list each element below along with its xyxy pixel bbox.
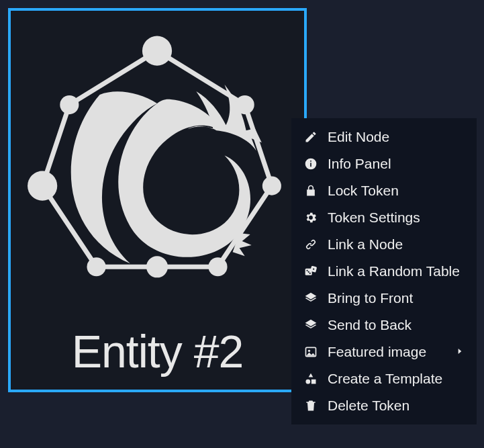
menu-item-label: Edit Node (328, 129, 465, 145)
svg-point-7 (60, 95, 79, 114)
dragon-icon (22, 23, 292, 308)
lock-icon (303, 183, 318, 198)
menu-item-label: Delete Token (328, 398, 465, 414)
menu-item-label: Lock Token (328, 183, 465, 199)
menu-item-link-node[interactable]: Link a Node (291, 231, 477, 258)
info-icon (303, 156, 318, 171)
svg-point-15 (308, 271, 309, 273)
image-icon (303, 345, 318, 359)
menu-item-label: Featured image (328, 344, 446, 360)
layers-icon (303, 318, 318, 332)
menu-item-label: Link a Random Table (328, 263, 465, 279)
menu-item-token-settings[interactable]: Token Settings (291, 204, 477, 231)
link-icon (303, 237, 318, 252)
svg-point-13 (307, 270, 308, 271)
svg-rect-10 (310, 163, 311, 167)
menu-item-info-panel[interactable]: Info Panel (291, 150, 477, 177)
menu-item-bring-to-front[interactable]: Bring to Front (291, 285, 477, 312)
svg-point-4 (209, 258, 228, 277)
svg-point-6 (28, 171, 58, 201)
gear-icon (303, 210, 318, 225)
layers-icon (303, 291, 318, 306)
menu-item-label: Link a Node (328, 236, 465, 253)
menu-item-create-template[interactable]: Create a Template (291, 365, 477, 392)
menu-item-label: Bring to Front (328, 290, 465, 306)
token-image (11, 11, 304, 321)
svg-point-19 (308, 350, 310, 352)
chevron-right-icon (455, 345, 465, 359)
menu-item-lock-token[interactable]: Lock Token (291, 177, 477, 204)
svg-point-17 (313, 269, 314, 270)
dice-icon (303, 264, 318, 279)
token-label: Entity #2 (72, 321, 244, 390)
shapes-icon (303, 371, 318, 386)
menu-item-label: Create a Template (328, 371, 465, 387)
svg-point-8 (146, 257, 168, 278)
menu-item-featured-image[interactable]: Featured image (291, 339, 477, 365)
menu-item-label: Send to Back (328, 317, 465, 333)
svg-rect-11 (310, 161, 311, 162)
menu-item-label: Info Panel (328, 156, 465, 172)
svg-point-3 (262, 177, 281, 195)
trash-icon (303, 398, 318, 413)
context-menu: Edit Node Info Panel Lock Token Token Se… (291, 118, 477, 424)
menu-item-edit-node[interactable]: Edit Node (291, 124, 477, 150)
edit-icon (303, 130, 318, 144)
svg-point-20 (306, 379, 311, 384)
menu-item-delete-token[interactable]: Delete Token (291, 392, 477, 419)
menu-item-send-to-back[interactable]: Send to Back (291, 312, 477, 339)
svg-point-1 (142, 36, 172, 66)
svg-point-5 (87, 258, 106, 277)
menu-item-link-random-table[interactable]: Link a Random Table (291, 258, 477, 285)
menu-item-label: Token Settings (328, 210, 465, 226)
svg-point-14 (309, 273, 311, 274)
svg-rect-21 (311, 379, 316, 384)
token-card[interactable]: Entity #2 (8, 8, 307, 392)
